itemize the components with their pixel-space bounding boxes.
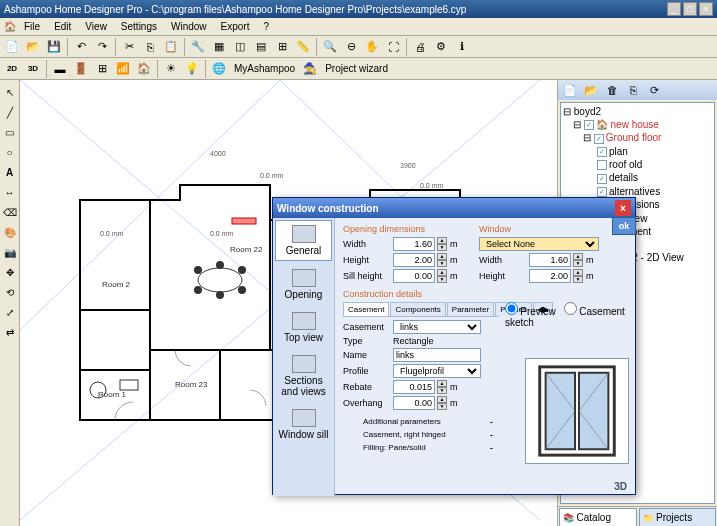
additional-params[interactable]: Additional parameters <box>343 417 441 426</box>
spin-down[interactable]: ▼ <box>437 260 447 267</box>
spin-down[interactable]: ▼ <box>573 260 583 267</box>
zoom-out-icon[interactable]: ⊖ <box>341 37 361 57</box>
casement-select[interactable]: links <box>393 320 481 334</box>
new-icon[interactable]: 📄 <box>2 37 22 57</box>
stairs-icon[interactable]: 📶 <box>113 59 133 79</box>
spin-down[interactable]: ▼ <box>573 276 583 283</box>
close-button[interactable]: × <box>699 2 713 16</box>
width-input[interactable] <box>393 237 435 251</box>
tab-catalog[interactable]: 📚 Catalog <box>559 508 637 526</box>
spin-up[interactable]: ▲ <box>437 237 447 244</box>
door-icon[interactable]: 🚪 <box>71 59 91 79</box>
tree-details[interactable]: ✓details <box>563 171 712 184</box>
spin-up[interactable]: ▲ <box>573 269 583 276</box>
rotate-icon[interactable]: ⟲ <box>1 283 19 301</box>
menu-settings[interactable]: Settings <box>115 19 163 34</box>
move-icon[interactable]: ✥ <box>1 263 19 281</box>
menu-export[interactable]: Export <box>215 19 256 34</box>
nav-sections[interactable]: Sections and views <box>275 351 332 401</box>
globe-icon[interactable]: 🌐 <box>209 59 229 79</box>
undo-icon[interactable]: ↶ <box>71 37 91 57</box>
filling[interactable]: Filling: Pane/solid <box>343 443 426 452</box>
spin-up[interactable]: ▲ <box>437 253 447 260</box>
tab-projects[interactable]: 📁 Projects <box>639 508 717 526</box>
name-input[interactable] <box>393 348 481 362</box>
zoom-in-icon[interactable]: 🔍 <box>320 37 340 57</box>
nav-sill[interactable]: Window sill <box>275 405 332 444</box>
tree-plan[interactable]: ✓plan <box>563 145 712 158</box>
menu-view[interactable]: View <box>79 19 113 34</box>
light-icon[interactable]: 💡 <box>182 59 202 79</box>
nav-topview[interactable]: Top view <box>275 308 332 347</box>
mode-2d-icon[interactable]: 2D <box>2 59 22 79</box>
measure-icon[interactable]: 📏 <box>293 37 313 57</box>
snap-icon[interactable]: ⊞ <box>272 37 292 57</box>
spin-up[interactable]: ▲ <box>437 269 447 276</box>
spin-up[interactable]: ▲ <box>437 396 447 403</box>
tree-floor[interactable]: ⊟ ✓Ground floor <box>563 131 712 144</box>
paste-icon[interactable]: 📋 <box>161 37 181 57</box>
fill-icon[interactable]: 🎨 <box>1 223 19 241</box>
overhang-input[interactable] <box>393 396 435 410</box>
menu-window[interactable]: Window <box>165 19 213 34</box>
3d-label[interactable]: 3D <box>614 481 627 492</box>
profile-select[interactable]: Flugelprofil <box>393 364 481 378</box>
window-select[interactable]: Select None <box>479 237 599 251</box>
radio-preview[interactable]: Preview <box>505 308 556 317</box>
maximize-button[interactable]: □ <box>683 2 697 16</box>
tab-parameter[interactable]: Parameter <box>447 302 494 316</box>
ok-button[interactable]: ok <box>612 217 636 235</box>
nav-general[interactable]: General <box>275 220 332 261</box>
window-icon[interactable]: ⊞ <box>92 59 112 79</box>
panel-delete-icon[interactable]: 🗑 <box>602 80 622 100</box>
line-icon[interactable]: ╱ <box>1 103 19 121</box>
tab-components[interactable]: Components <box>390 302 445 316</box>
panel-open-icon[interactable]: 📂 <box>581 80 601 100</box>
project-wizard-link[interactable]: Project wizard <box>321 63 392 74</box>
sun-icon[interactable]: ☀ <box>161 59 181 79</box>
mirror-icon[interactable]: ⇄ <box>1 323 19 341</box>
dialog-title-bar[interactable]: Window construction × <box>273 198 635 218</box>
tab-casement[interactable]: Casement <box>343 302 389 316</box>
casement-hinged[interactable]: Casement, right hinged <box>343 430 446 439</box>
win-width-input[interactable] <box>529 253 571 267</box>
tree-house[interactable]: ⊟ ✓🏠 new house <box>563 118 712 131</box>
myashampoo-link[interactable]: MyAshampoo <box>230 63 299 74</box>
fit-icon[interactable]: ⛶ <box>383 37 403 57</box>
erase-icon[interactable]: ⌫ <box>1 203 19 221</box>
dimension-icon[interactable]: ↔ <box>1 183 19 201</box>
menu-file[interactable]: File <box>18 19 46 34</box>
spin-down[interactable]: ▼ <box>437 387 447 394</box>
select-icon[interactable]: ↖ <box>1 83 19 101</box>
spin-up[interactable]: ▲ <box>573 253 583 260</box>
panel-refresh-icon[interactable]: ⟳ <box>644 80 664 100</box>
wall-icon[interactable]: ▬ <box>50 59 70 79</box>
tree-root[interactable]: ⊟ boyd2 <box>563 105 712 118</box>
panel-new-icon[interactable]: 📄 <box>560 80 580 100</box>
grid-icon[interactable]: ▤ <box>251 37 271 57</box>
spin-down[interactable]: ▼ <box>437 244 447 251</box>
spin-down[interactable]: ▼ <box>437 403 447 410</box>
copy-icon[interactable]: ⎘ <box>140 37 160 57</box>
menu-help[interactable]: ? <box>257 19 275 34</box>
text-icon[interactable]: A <box>1 163 19 181</box>
rebate-input[interactable] <box>393 380 435 394</box>
nav-opening[interactable]: Opening <box>275 265 332 304</box>
mode-3d-icon[interactable]: 3D <box>23 59 43 79</box>
circle-icon[interactable]: ○ <box>1 143 19 161</box>
panel-copy-icon[interactable]: ⎘ <box>623 80 643 100</box>
win-height-input[interactable] <box>529 269 571 283</box>
pan-icon[interactable]: ✋ <box>362 37 382 57</box>
spin-up[interactable]: ▲ <box>437 380 447 387</box>
view3d-icon[interactable]: ◫ <box>230 37 250 57</box>
cut-icon[interactable]: ✂ <box>119 37 139 57</box>
spin-down[interactable]: ▼ <box>437 276 447 283</box>
tree-roof-old[interactable]: roof old <box>563 158 712 171</box>
layers-icon[interactable]: ▦ <box>209 37 229 57</box>
open-icon[interactable]: 📂 <box>23 37 43 57</box>
redo-icon[interactable]: ↷ <box>92 37 112 57</box>
save-icon[interactable]: 💾 <box>44 37 64 57</box>
sill-input[interactable] <box>393 269 435 283</box>
dialog-close-button[interactable]: × <box>615 200 631 216</box>
roof-icon[interactable]: 🏠 <box>134 59 154 79</box>
